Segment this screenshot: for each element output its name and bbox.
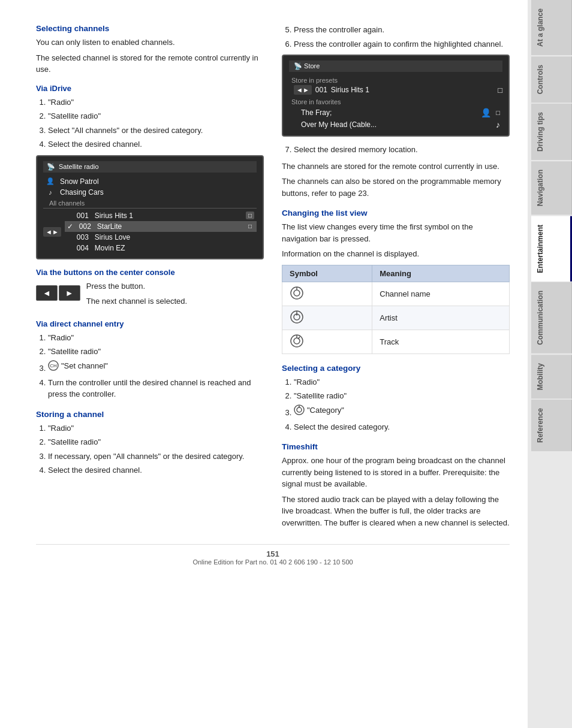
step-item: "Radio" [48, 332, 264, 344]
symbol-cell [282, 282, 372, 306]
sidebar-tab-communication[interactable]: Communication [531, 282, 572, 354]
store-fav-row2: Over My Head (Cable... ♪ [289, 119, 502, 131]
meaning-cell: Artist [372, 306, 510, 330]
channels-stored-note2: The channels can also be stored on the p… [282, 176, 510, 199]
svg-point-14 [297, 407, 302, 412]
right-column: Press the controller again. Press the co… [282, 24, 510, 532]
step-item: Press the controller again to confirm th… [294, 38, 510, 50]
page-number: 151 [266, 549, 279, 558]
table-row: Artist [282, 306, 510, 330]
via-idrive-steps: "Radio" "Satellite radio" Select "All ch… [48, 96, 264, 150]
next-channel-button[interactable]: ► [59, 285, 80, 301]
set-channel-icon: CH [48, 360, 59, 371]
checkmark-icon: ✓ [67, 222, 73, 231]
preset-badge: □ [246, 212, 254, 219]
sidebar-tab-mobility[interactable]: Mobility [531, 355, 572, 398]
button-instructions: Press the button. The next channel is se… [86, 280, 187, 311]
arrow-row: ◄ ► 001 Sirius Hits 1 □ ✓ 002 StarLite □ [43, 210, 257, 253]
sidebar-tab-at-a-glance[interactable]: At a glance [531, 0, 572, 55]
category-icon [294, 404, 305, 415]
right-sidebar: At a glance Controls Driving tips Naviga… [528, 0, 572, 728]
step-item: "Category" [294, 404, 510, 419]
step-item: "Satellite radio" [48, 110, 264, 122]
sidebar-tab-entertainment[interactable]: Entertainment [531, 216, 572, 282]
footer-text: Online Edition for Part no. 01 40 2 606 … [192, 558, 353, 566]
right-arrow-icon: ► [303, 86, 309, 93]
right-arrow-icon: ► [52, 228, 59, 235]
step-item: "Radio" [48, 96, 264, 108]
screen-badge-icon: □ [496, 109, 500, 116]
via-direct-steps: "Radio" "Satellite radio" CH "Set channe… [48, 332, 264, 400]
main-content: Selecting channels You can only listen t… [0, 0, 528, 728]
preset-badge-icon: □ [498, 86, 502, 95]
sidebar-tab-controls[interactable]: Controls [531, 56, 572, 102]
all-channels-divider: All channels [43, 200, 257, 209]
screen-row: 003 Sirius Love [65, 232, 257, 243]
step-item: Select the desired category. [294, 421, 510, 433]
step-item: "Radio" [294, 376, 510, 388]
store-in-presets-label: Store in presets [289, 75, 502, 85]
music-note-icon2: ♪ [496, 120, 500, 129]
preset-channel-name: Sirius Hits 1 [331, 86, 498, 94]
step-item: Select "All channels" or the desired cat… [48, 125, 264, 137]
fav-track-text: The Fray; [291, 108, 476, 117]
storing-channel-heading: Storing a channel [36, 410, 264, 419]
meaning-cell: Track [372, 330, 510, 354]
timeshift-para1: Approx. one hour of the program being br… [282, 455, 510, 490]
screen-row: 001 Sirius Hits 1 □ [65, 210, 257, 221]
selecting-category-heading: Selecting a category [282, 364, 510, 373]
svg-point-10 [294, 338, 300, 344]
step-item: If necessary, open "All channels" or the… [48, 451, 264, 463]
table-row: Channel name [282, 282, 510, 306]
page-footer: 151 Online Edition for Part no. 01 40 2 … [36, 544, 510, 566]
step-item: "Radio" [48, 422, 264, 434]
store-screen-title: 📡 Store [289, 61, 502, 72]
channels-stored-note: The channels are stored for the remote c… [282, 161, 510, 173]
screen-row: 👤 Snow Patrol [43, 176, 257, 187]
nav-button-group: ◄ ► [36, 285, 80, 301]
svg-point-3 [294, 290, 300, 296]
store-fav-row1: The Fray; 👤 □ [289, 107, 502, 119]
store-preset-row: ◄ ► 001 Sirius Hits 1 □ [294, 85, 502, 95]
via-buttons-heading: Via the buttons on the center console [36, 268, 264, 277]
selecting-channels-heading: Selecting channels [36, 24, 264, 33]
screen-title: 📡 Satellite radio [43, 161, 257, 173]
list-view-para1: The list view changes every time the fir… [282, 221, 510, 244]
sidebar-tab-navigation[interactable]: Navigation [531, 161, 572, 215]
meaning-col-header: Meaning [372, 265, 510, 282]
meaning-cell: Channel name [372, 282, 510, 306]
fav-track-text2: Over My Head (Cable... [291, 120, 491, 129]
person-icon: 👤 [46, 177, 55, 185]
via-idrive-heading: Via iDrive [36, 84, 264, 93]
step-item: "Satellite radio" [294, 390, 510, 402]
step-item: Select the desired channel. [48, 464, 264, 476]
preset-badge: □ [246, 222, 254, 230]
left-arrow-icon: ◄ [296, 86, 303, 93]
storing-continued-steps: Press the controller again. Press the co… [294, 24, 510, 50]
step-item: Select the desired channel. [48, 138, 264, 150]
button-press-section: ◄ ► Press the button. The next channel i… [36, 280, 264, 311]
timeshift-heading: Timeshift [282, 442, 510, 451]
satellite-radio-screen: 📡 Satellite radio 👤 Snow Patrol ♪ Chasin… [36, 155, 264, 259]
screen-row: 004 Movin EZ [65, 243, 257, 253]
screen-row-selected: ✓ 002 StarLite □ [65, 221, 257, 232]
timeshift-para2: The stored audio track can be played wit… [282, 494, 510, 529]
symbol-cell [282, 306, 372, 330]
via-direct-heading: Via direct channel entry [36, 319, 264, 328]
selecting-category-steps: "Radio" "Satellite radio" "Category" Sel… [294, 376, 510, 433]
satellite-icon-small: 📡 [294, 62, 302, 70]
table-row: Track [282, 330, 510, 354]
left-column: Selecting channels You can only listen t… [36, 24, 264, 532]
symbol-cell [282, 330, 372, 354]
sidebar-tab-driving-tips[interactable]: Driving tips [531, 104, 572, 160]
svg-point-15 [299, 406, 300, 407]
symbol-table: Symbol Meaning Channel name [282, 265, 510, 354]
sidebar-tab-reference[interactable]: Reference [531, 400, 572, 451]
store-in-favorites-label: Store in favorites [289, 97, 502, 107]
prev-channel-button[interactable]: ◄ [36, 285, 58, 301]
selecting-channels-para1: You can only listen to enabled channels. [36, 37, 264, 49]
music-note-icon: ♪ [46, 189, 55, 196]
step-item: Press the controller again. [294, 24, 510, 36]
artist-icon [290, 310, 304, 324]
person-badge-icon: 👤 [481, 108, 491, 117]
